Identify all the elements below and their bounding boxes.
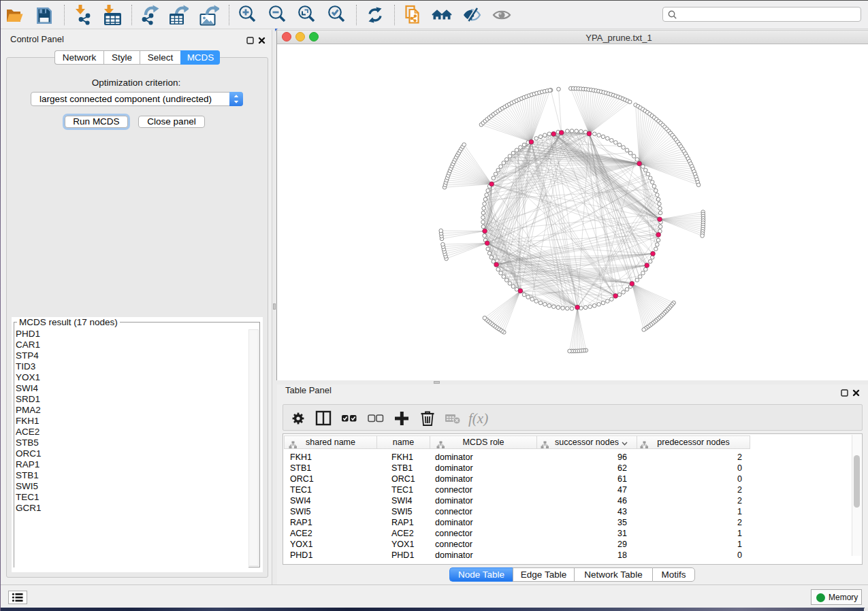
svg-text:f(x): f(x)	[468, 410, 488, 427]
